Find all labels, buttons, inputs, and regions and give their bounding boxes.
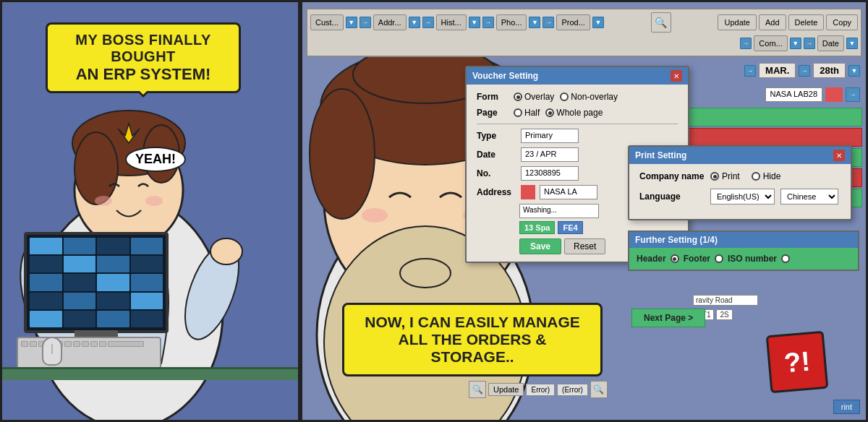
address-accent <box>521 185 535 199</box>
print-close-button[interactable]: ✕ <box>833 150 845 161</box>
tab-date[interactable]: Date <box>817 35 844 51</box>
overlay-label: Overlay <box>524 92 554 102</box>
voucher-title: Voucher Setting <box>472 71 538 81</box>
monitor-screen <box>27 235 166 330</box>
toolbar-row-1: Cust... ▼ → Addr... ▼ → Hist... ▼ → Pho.… <box>310 12 858 33</box>
add-button[interactable]: Add <box>759 14 786 30</box>
bottom-search-icon[interactable]: 🔍 <box>469 381 486 398</box>
whole-page-option[interactable]: Whole page <box>545 108 603 118</box>
tab-cust[interactable]: Cust... <box>310 14 344 30</box>
gravity-road-text: ravity Road <box>693 295 758 306</box>
svg-point-8 <box>145 196 163 206</box>
arrow-prod2[interactable]: ▼ <box>592 17 604 28</box>
tab-addr[interactable]: Addr... <box>373 14 407 30</box>
address-input[interactable]: NASA LA <box>540 185 597 199</box>
save-button[interactable]: Save <box>519 238 561 254</box>
desk <box>2 367 300 380</box>
non-overlay-radio[interactable] <box>560 92 569 101</box>
iso-radio[interactable] <box>781 254 790 263</box>
arrow-pho[interactable]: → <box>482 17 494 28</box>
print-button[interactable]: rint <box>833 400 860 414</box>
arrow-date[interactable]: → <box>804 38 815 49</box>
form-row: Form Overlay Non-overlay <box>477 92 678 102</box>
half-radio[interactable] <box>514 108 522 117</box>
print-content: Company name Print Hide Language English… <box>629 164 851 219</box>
exclamation-text: ?! <box>783 345 811 379</box>
further-row: Header Footer ISO number <box>637 254 851 264</box>
arrow-28[interactable]: → <box>799 65 810 77</box>
header-radio[interactable] <box>671 254 679 263</box>
company-name-label: Company name <box>639 171 705 181</box>
bottom-update-button[interactable]: Update <box>488 383 524 396</box>
date-input[interactable]: 23 / APR <box>521 147 579 162</box>
copy-button[interactable]: Copy <box>826 14 858 30</box>
no-input[interactable]: 12308895 <box>521 166 579 181</box>
arrow-hist2[interactable]: ▼ <box>469 17 480 28</box>
month-display: MAR. <box>759 63 796 78</box>
whole-page-radio[interactable] <box>545 108 554 117</box>
tab-pho[interactable]: Pho... <box>496 14 527 30</box>
right-panel: Cust... ▼ → Addr... ▼ → Hist... ▼ → Pho.… <box>300 0 868 422</box>
arrow-nasa[interactable]: → <box>846 87 860 102</box>
erp-ui: Cust... ▼ → Addr... ▼ → Hist... ▼ → Pho.… <box>302 2 866 420</box>
form-label: Form <box>477 92 509 102</box>
page-radio-group: Half Whole page <box>514 108 603 118</box>
delete-button[interactable]: Delete <box>788 14 825 30</box>
arrow-addr2[interactable]: ▼ <box>409 17 420 28</box>
arrow-prod[interactable]: → <box>542 17 554 28</box>
arrow-addr[interactable]: → <box>359 17 371 28</box>
arrow-pho2[interactable]: ▼ <box>529 17 540 28</box>
type-input[interactable]: Primary <box>521 129 579 143</box>
overlay-option[interactable]: Overlay <box>514 92 554 102</box>
further-content: Header Footer ISO number <box>629 248 858 270</box>
nasa-bar: NASA LAB28 → <box>765 87 860 102</box>
arrow-com[interactable]: → <box>740 38 752 49</box>
print-radio[interactable] <box>710 172 719 181</box>
language-select-2[interactable]: Chinese <box>780 189 838 204</box>
print-btn-area: rint <box>833 400 860 414</box>
arrow-march[interactable]: → <box>744 65 756 77</box>
footer-radio[interactable] <box>715 254 723 263</box>
voucher-close-button[interactable]: ✕ <box>671 70 682 82</box>
print-label-text: Print <box>722 171 740 181</box>
voucher-title-bar: Voucher Setting ✕ <box>467 67 688 85</box>
right-bubble-line1: NOW, I CAN EASILY MANAGE <box>356 314 589 331</box>
count-2: FE4 <box>558 221 582 234</box>
bubble-line2: AN ERP SYSTEM! <box>59 65 227 84</box>
print-title-bar: Print Setting ✕ <box>629 147 851 164</box>
update-button[interactable]: Update <box>718 14 756 30</box>
further-setting: Further Setting (1/4) Header Footer ISO … <box>628 231 859 271</box>
next-page-button[interactable]: Next Page > <box>631 309 705 327</box>
tab-com[interactable]: Com... <box>754 35 787 51</box>
language-label: Language <box>639 191 705 202</box>
arrow-com2[interactable]: ▼ <box>790 38 801 49</box>
arrow-hist[interactable]: → <box>422 17 434 28</box>
mouse <box>42 337 62 366</box>
tab-hist[interactable]: Hist... <box>436 14 467 30</box>
non-overlay-label: Non-overlay <box>571 92 618 102</box>
whole-page-label: Whole page <box>556 108 603 118</box>
language-select-1[interactable]: English(US) <box>710 189 775 204</box>
hide-label-text: Hide <box>763 171 781 181</box>
monitor <box>24 232 169 333</box>
error-btn-1[interactable]: Error) <box>526 384 555 396</box>
print-option[interactable]: Print <box>710 171 740 181</box>
arrow-cust[interactable]: ▼ <box>346 17 357 28</box>
nasa-input[interactable]: NASA LAB28 <box>765 87 822 102</box>
non-overlay-option[interactable]: Non-overlay <box>560 92 618 102</box>
tab-prod[interactable]: Prod... <box>556 14 590 30</box>
bottom-search-icon-2[interactable]: 🔍 <box>590 381 608 398</box>
overlay-radio[interactable] <box>514 92 522 101</box>
hide-option[interactable]: Hide <box>752 171 781 181</box>
location-input[interactable]: Washing... <box>519 204 599 218</box>
arrow-day-down[interactable]: ▼ <box>848 65 860 77</box>
arrow-date2[interactable]: ▼ <box>846 38 858 49</box>
hide-radio[interactable] <box>752 172 760 181</box>
divider <box>477 124 678 124</box>
half-option[interactable]: Half <box>514 108 540 118</box>
speech-bubble-right: NOW, I CAN EASILY MANAGE ALL THE ORDERS … <box>342 303 603 376</box>
search-button[interactable]: 🔍 <box>651 12 671 33</box>
iso-label: ISO number <box>728 254 777 264</box>
error-btn-2[interactable]: (Error) <box>557 384 588 396</box>
reset-button[interactable]: Reset <box>564 238 605 254</box>
